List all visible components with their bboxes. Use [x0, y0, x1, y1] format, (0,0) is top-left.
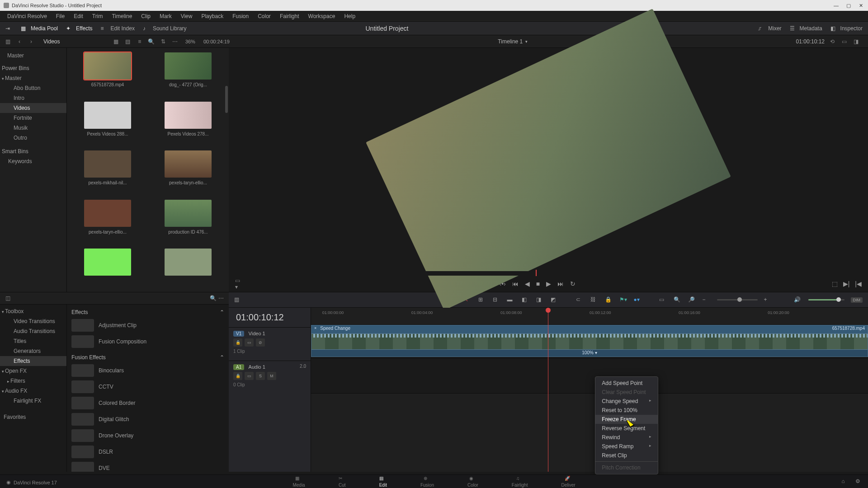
go-end-button[interactable]: ▶|: [843, 280, 850, 287]
play-reverse-button[interactable]: ◀: [525, 280, 530, 287]
audio-track-lane[interactable]: [311, 358, 868, 394]
menu-edit[interactable]: Edit: [70, 12, 87, 20]
menu-fusion[interactable]: Fusion: [229, 12, 252, 20]
a1-badge[interactable]: A1: [233, 364, 244, 370]
menu-playback[interactable]: Playback: [198, 12, 227, 20]
ctx-change-speed[interactable]: Change Speed▸: [595, 397, 658, 406]
close-button[interactable]: ✕: [859, 3, 864, 8]
insert-tool-icon[interactable]: ◧: [522, 296, 530, 304]
viewer-playhead[interactable]: [536, 270, 537, 276]
dim-button[interactable]: DIM: [851, 297, 863, 303]
page-fairlight[interactable]: ♫Fairlight: [512, 476, 528, 488]
video-track-header[interactable]: V1 Video 1 🔒 ▭ ⊘ 1 Clip: [229, 327, 311, 361]
fx-item-cctv[interactable]: CCTV: [67, 379, 229, 395]
fx-search-icon[interactable]: 🔍: [209, 294, 217, 302]
zoom-range-icon[interactable]: ▭: [659, 296, 667, 304]
bin-fortnite[interactable]: Fortnite: [0, 113, 66, 123]
sort-icon[interactable]: ⇅: [159, 38, 167, 46]
clip-thumb-3[interactable]: [165, 102, 212, 129]
fx-options-icon[interactable]: ⋯: [217, 294, 225, 302]
zoom-slider[interactable]: [717, 299, 758, 300]
clip-thumb-0[interactable]: [84, 52, 131, 80]
fx-tree-titles[interactable]: Titles: [0, 336, 66, 346]
ctx-reverse-segment[interactable]: Reverse Segment: [595, 424, 658, 433]
ctx-reset-clip[interactable]: Reset Clip: [595, 451, 658, 460]
breadcrumb[interactable]: Videos: [43, 38, 60, 45]
collapse-icon[interactable]: ⌃: [220, 309, 224, 315]
sound-library-button[interactable]: ♪Sound Library: [143, 25, 187, 32]
menu-clip[interactable]: Clip: [137, 12, 154, 20]
fx-tree-audiofx[interactable]: Audio FX: [0, 386, 66, 396]
bin-outro[interactable]: Outro: [0, 133, 66, 143]
trim-tool-icon[interactable]: ⊞: [478, 296, 486, 304]
fx-item-bino[interactable]: Binoculars: [67, 362, 229, 379]
edit-index-button[interactable]: ≡Edit Index: [101, 25, 135, 32]
fx-tree-atrans[interactable]: Audio Transitions: [0, 326, 66, 336]
options-icon[interactable]: ⋯: [171, 38, 179, 46]
single-viewer-icon[interactable]: ▭: [840, 38, 848, 46]
fx-item-drone[interactable]: Drone Overlay: [67, 427, 229, 444]
inspector-button[interactable]: ◧Inspector: [830, 25, 863, 32]
collapse-icon-2[interactable]: ⌃: [220, 354, 224, 361]
home-icon[interactable]: ⌂: [839, 477, 847, 485]
timeline-dropdown-icon[interactable]: ▾: [525, 39, 528, 44]
nav-back-icon[interactable]: ‹: [15, 38, 24, 46]
menu-help[interactable]: Help: [340, 12, 359, 20]
bin-musik[interactable]: Musik: [0, 123, 66, 133]
a1-mute-button[interactable]: M: [267, 372, 276, 380]
a1-solo-button[interactable]: S: [256, 372, 265, 380]
scrollbar-thumb[interactable]: [225, 86, 228, 113]
ctx-speed-ramp[interactable]: Speed Ramp▸: [595, 442, 658, 451]
zoom-out-icon[interactable]: −: [703, 296, 711, 304]
overwrite-tool-icon[interactable]: ◨: [536, 296, 544, 304]
loop-button[interactable]: ↻: [570, 280, 576, 287]
mark-in-out-icon[interactable]: ⬚: [832, 280, 838, 287]
smart-bins-header[interactable]: Smart Bins: [0, 146, 66, 156]
video-track-lane[interactable]: × Speed Change 657518728.mp4 100% ▾: [311, 325, 868, 358]
bin-power-master[interactable]: Master: [0, 73, 66, 83]
ctx-freeze-frame[interactable]: Freeze Frame: [595, 415, 658, 424]
v1-badge[interactable]: V1: [233, 331, 244, 337]
clip-thumb-2[interactable]: [84, 102, 131, 129]
fx-tree-toolbox[interactable]: Toolbox: [0, 306, 66, 316]
clip-thumb-9[interactable]: [165, 249, 212, 276]
search-icon[interactable]: 🔍: [147, 38, 156, 46]
clip-thumb-7[interactable]: [165, 200, 212, 227]
tl-view-icon[interactable]: ▥: [234, 296, 242, 304]
replace-tool-icon[interactable]: ◩: [551, 296, 559, 304]
fx-item-border[interactable]: Colored Border: [67, 395, 229, 411]
a1-auto-button[interactable]: ▭: [245, 372, 254, 380]
viewer-canvas[interactable]: [229, 48, 868, 271]
menu-mark[interactable]: Mark: [156, 12, 175, 20]
menu-fairlight[interactable]: Fairlight: [276, 12, 303, 20]
a1-lock-button[interactable]: 🔒: [233, 372, 242, 380]
clip-thumb-8[interactable]: [84, 249, 131, 276]
fx-tree-favorites[interactable]: Favorites: [0, 412, 66, 422]
fx-item-adj[interactable]: Adjustment Clip: [67, 317, 229, 333]
media-pool-button[interactable]: ▦Media Pool: [21, 25, 58, 32]
page-fusion[interactable]: ⊕Fusion: [420, 476, 434, 488]
fx-item-dve[interactable]: DVE: [67, 460, 229, 472]
marker-icon[interactable]: ●▾: [634, 296, 642, 304]
ctx-add-speed-point[interactable]: Add Speed Point: [595, 379, 658, 388]
dual-viewer-icon[interactable]: ◨: [852, 38, 860, 46]
menu-view[interactable]: View: [177, 12, 196, 20]
ctx-reset-100[interactable]: Reset to 100%: [595, 406, 658, 415]
blade-tool-icon[interactable]: ▬: [507, 296, 515, 304]
menu-color[interactable]: Color: [254, 12, 274, 20]
page-edit[interactable]: ▤Edit: [379, 476, 387, 488]
zoom-detail-icon[interactable]: 🔍: [674, 296, 682, 304]
bin-abo[interactable]: Abo Button: [0, 83, 66, 93]
power-bins-header[interactable]: Power Bins: [0, 63, 66, 73]
bypass-icon[interactable]: ⟲: [828, 38, 836, 46]
zoom-in-icon[interactable]: +: [764, 296, 772, 304]
next-clip-button[interactable]: ⏭: [557, 280, 564, 287]
fx-tree-filters[interactable]: Filters: [0, 376, 66, 386]
metadata-button[interactable]: ☰Metadata: [790, 25, 822, 32]
menu-file[interactable]: File: [52, 12, 68, 20]
bin-layout-icon[interactable]: ▥: [4, 38, 12, 46]
viewer-scrubber[interactable]: [234, 271, 863, 276]
fx-tree-vtrans[interactable]: Video Transitions: [0, 316, 66, 326]
clip-speed-value[interactable]: 100%: [582, 350, 594, 355]
bin-keywords[interactable]: Keywords: [0, 156, 66, 166]
